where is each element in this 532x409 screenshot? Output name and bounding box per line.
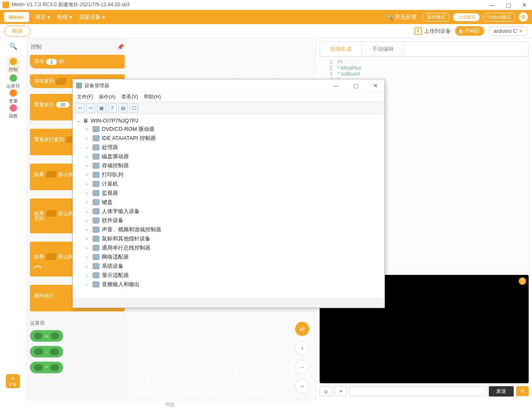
- usb-icon[interactable]: ψ: [320, 386, 332, 396]
- dm-tool-button[interactable]: ⇨: [86, 103, 95, 113]
- chevron-right-icon[interactable]: ›: [86, 273, 90, 278]
- device-category-icon: [93, 135, 99, 141]
- dm-device-tree[interactable]: ⌄ 🖥 WIN-OI7P7NJQ7PJ ›DVD/CD-ROM 驱动器›IDE …: [73, 114, 384, 299]
- dm-tree-node[interactable]: ›键盘: [74, 198, 383, 207]
- chevron-right-icon[interactable]: ›: [86, 255, 90, 260]
- chevron-right-icon[interactable]: ›: [86, 154, 90, 159]
- console-help-icon[interactable]: ?: [519, 277, 526, 285]
- dm-close-button[interactable]: ✕: [370, 82, 381, 90]
- zoom-in-button[interactable]: ＋: [295, 341, 309, 355]
- chevron-right-icon[interactable]: ›: [86, 136, 90, 141]
- dm-tree-node[interactable]: ›监视器: [74, 189, 383, 198]
- canvas-snap-button[interactable]: ⇄: [295, 322, 309, 336]
- category-dot-icon: [10, 104, 17, 112]
- dm-minimize-button[interactable]: —: [330, 82, 342, 90]
- chevron-right-icon[interactable]: ›: [86, 182, 90, 186]
- dm-tree-node[interactable]: ›DVD/CD-ROM 驱动器: [74, 125, 383, 134]
- dm-tool-button[interactable]: ⇦: [75, 103, 84, 113]
- chevron-right-icon[interactable]: ›: [86, 246, 90, 250]
- console-menu-button[interactable]: ≡: [516, 386, 529, 396]
- block-wait[interactable]: 等待 1 秒: [30, 55, 125, 69]
- mode-upload[interactable]: 上传模式: [453, 13, 480, 21]
- dm-menu-item[interactable]: 查看(V): [121, 93, 138, 100]
- dm-tree-node[interactable]: ›鼠标和其他指针设备: [74, 234, 383, 243]
- mode-python[interactable]: Python模式: [483, 13, 515, 22]
- code-area-toggle[interactable]: ◐代码区: [455, 26, 484, 36]
- menu-tutorial[interactable]: 教程▾: [57, 13, 72, 21]
- chevron-right-icon[interactable]: ›: [86, 191, 90, 196]
- tab-auto-generate[interactable]: 自动生成: [320, 42, 362, 56]
- device-category-icon: [93, 236, 99, 242]
- zoom-reset-button[interactable]: ＝: [295, 379, 309, 393]
- mode-realtime[interactable]: 实时模式: [422, 13, 450, 22]
- chevron-right-icon[interactable]: ›: [86, 200, 90, 205]
- block-op-mul[interactable]: *: [30, 362, 63, 373]
- dm-tree-node[interactable]: ›声音、视频和游戏控制器: [74, 225, 383, 234]
- dm-tree-node[interactable]: ›IDE ATA/ATAPI 控制器: [74, 134, 383, 143]
- menu-project[interactable]: 项目▾: [35, 13, 50, 21]
- dm-menu-item[interactable]: 操作(A): [99, 93, 116, 100]
- dm-tree-node[interactable]: ›磁盘驱动器: [74, 152, 383, 161]
- chevron-down-icon: ▾: [520, 28, 522, 34]
- minimize-button[interactable]: —: [489, 2, 495, 8]
- chevron-right-icon[interactable]: ›: [86, 228, 90, 232]
- chevron-right-icon[interactable]: ›: [86, 209, 90, 214]
- app-logo: Mind+: [4, 12, 29, 22]
- dm-tree-node[interactable]: ›通用串行总线控制器: [74, 243, 383, 252]
- dm-tree-node[interactable]: ›网络适配器: [74, 252, 383, 262]
- dm-tree-node[interactable]: ›系统设备: [74, 262, 383, 271]
- chevron-down-icon[interactable]: ⌄: [77, 118, 80, 123]
- chevron-right-icon[interactable]: ›: [86, 218, 90, 223]
- chevron-right-icon[interactable]: ›: [86, 282, 90, 287]
- zoom-out-button[interactable]: －: [295, 360, 309, 374]
- chevron-right-icon[interactable]: ›: [86, 173, 90, 177]
- dm-tree-node[interactable]: ›处理器: [74, 143, 383, 152]
- dm-tool-button[interactable]: ▦: [97, 103, 106, 113]
- close-button[interactable]: ✕: [522, 2, 527, 8]
- menu-connect-device[interactable]: 连接设备▾: [79, 13, 105, 21]
- device-category-icon: [93, 282, 99, 287]
- dm-tree-node[interactable]: ›音频输入和输出: [74, 280, 383, 289]
- category-函数[interactable]: 函数: [6, 104, 20, 119]
- console-input[interactable]: [350, 386, 486, 396]
- dm-tool-button[interactable]: ?: [108, 103, 117, 113]
- dm-tree-node[interactable]: ›显示适配器: [74, 271, 383, 280]
- dm-tree-node[interactable]: ›打印队列: [74, 170, 383, 179]
- dm-tool-button[interactable]: ▤: [118, 103, 128, 113]
- dm-menu-item[interactable]: 帮助(H): [144, 93, 161, 100]
- palette-search[interactable]: 🔍: [9, 42, 17, 50]
- dm-titlebar[interactable]: 设备管理器 — ▢ ✕: [73, 79, 384, 92]
- category-运算符[interactable]: 运算符: [6, 74, 20, 89]
- block-op-sub[interactable]: -: [30, 346, 63, 358]
- pin-icon[interactable]: 📌: [117, 44, 124, 50]
- maximize-button[interactable]: ▢: [506, 2, 511, 8]
- language-dropdown[interactable]: arduino C▾: [488, 26, 528, 36]
- feedback-link[interactable]: 🔍意见反馈: [387, 13, 416, 21]
- dm-menu-item[interactable]: 文件(F): [77, 93, 93, 100]
- tab-blocks[interactable]: 模块: [4, 26, 31, 37]
- chevron-right-icon[interactable]: ›: [86, 145, 90, 150]
- chevron-right-icon[interactable]: ›: [86, 127, 90, 132]
- send-button[interactable]: 发送: [489, 386, 514, 397]
- dm-root-node[interactable]: ⌄ 🖥 WIN-OI7P7NJQ7PJ: [74, 117, 383, 125]
- dm-tree-node[interactable]: ›存储控制器: [74, 161, 383, 170]
- clear-console-button[interactable]: ✴: [335, 386, 347, 396]
- block-op-add[interactable]: +: [30, 330, 63, 342]
- tab-manual-edit[interactable]: 手动编辑: [362, 42, 404, 56]
- extensions-button[interactable]: ≡扩展: [6, 374, 20, 388]
- chevron-right-icon[interactable]: ›: [86, 164, 90, 168]
- dm-tree-node[interactable]: ›软件设备: [74, 216, 383, 225]
- plus-icon[interactable]: +: [33, 266, 42, 275]
- dm-maximize-button[interactable]: ▢: [350, 82, 362, 90]
- upload-to-device-button[interactable]: ⬆上传到设备: [414, 27, 451, 35]
- chevron-right-icon[interactable]: ›: [86, 237, 90, 241]
- dm-tree-node[interactable]: ›计算机: [74, 179, 383, 189]
- category-控制[interactable]: 控制: [6, 56, 20, 74]
- device-category-icon: [93, 199, 99, 205]
- bottom-bag-strip[interactable]: 书包: [27, 400, 312, 409]
- chevron-right-icon[interactable]: ›: [86, 264, 90, 269]
- dm-tree-node[interactable]: ›人体学输入设备: [74, 207, 383, 216]
- category-变量[interactable]: 变量: [6, 89, 20, 104]
- dm-tool-button[interactable]: 🖵: [129, 103, 138, 113]
- settings-button[interactable]: ⚙: [519, 12, 528, 22]
